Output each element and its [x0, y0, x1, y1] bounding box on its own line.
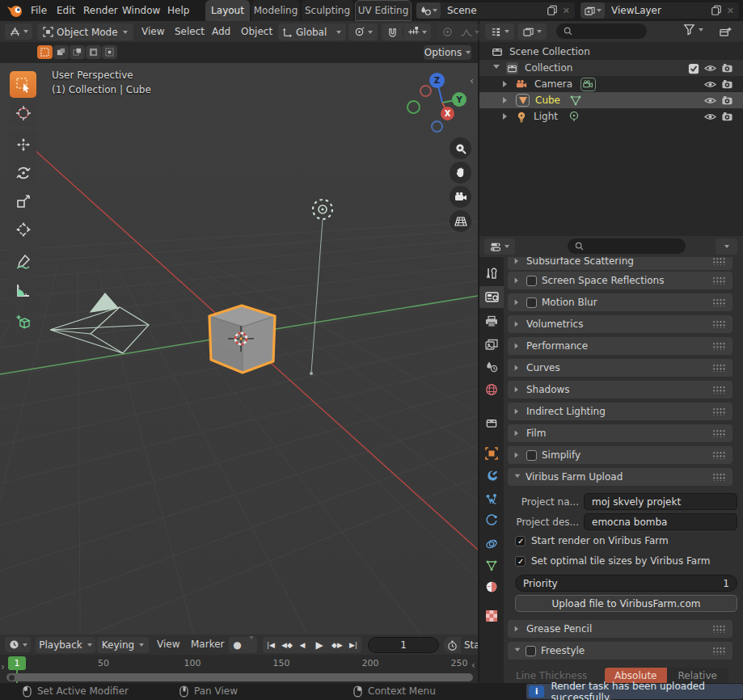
region-resize-left-arrow[interactable]: ›	[1, 661, 5, 673]
panel-grip[interactable]	[712, 451, 726, 459]
panel-grease-pencil[interactable]: Grease Pencil	[508, 620, 732, 638]
expand-arrow-icon[interactable]	[503, 113, 510, 120]
render-visibility-icon[interactable]	[721, 62, 733, 74]
transform-orientation-dropdown[interactable]: Global	[278, 23, 346, 40]
snap-toggle-button[interactable]	[382, 27, 403, 37]
use-preview-range-button[interactable]	[443, 637, 461, 653]
viewport-3d[interactable]: User Perspective (1) Collection | Cube Z…	[0, 63, 478, 635]
panel-checkbox[interactable]	[526, 276, 537, 286]
panel-checkbox[interactable]	[526, 646, 536, 656]
properties-editor-type-button[interactable]	[484, 238, 515, 255]
start-frame-field[interactable]: Sta	[464, 639, 478, 651]
properties-options-dropdown[interactable]	[716, 238, 737, 255]
sidebar-collapse-arrow[interactable]: ‹	[470, 74, 474, 86]
pivot-point-dropdown[interactable]	[348, 23, 378, 40]
hide-eye-icon[interactable]	[704, 111, 716, 123]
tool-select-box[interactable]	[10, 71, 36, 98]
panel-grip[interactable]	[712, 407, 726, 415]
panel-checkbox[interactable]	[526, 450, 537, 461]
select-mode-intersect-button[interactable]	[102, 45, 117, 59]
tool-measure[interactable]	[10, 276, 36, 303]
select-mode-invert-button[interactable]	[86, 45, 101, 59]
panel-subsurface-scattering[interactable]: Subsurface Scattering	[508, 257, 732, 270]
options-dropdown[interactable]: Options	[424, 45, 471, 60]
proportional-edit-toggle[interactable]	[437, 27, 457, 37]
render-visibility-icon[interactable]	[721, 78, 733, 91]
tab-tool[interactable]	[479, 262, 504, 284]
gizmo-axis-y-neg[interactable]	[407, 100, 420, 114]
scene-name[interactable]: Scene	[441, 5, 547, 16]
timeline-editor-type-button[interactable]	[5, 637, 31, 652]
tool-add-cube[interactable]	[10, 308, 36, 335]
camera-view-button[interactable]	[450, 186, 471, 208]
tab-texture[interactable]	[479, 605, 504, 626]
record-button[interactable]: ●	[229, 639, 246, 651]
tab-scene[interactable]	[479, 356, 504, 377]
menu-object[interactable]: Object	[233, 21, 281, 42]
tab-modifiers[interactable]	[479, 465, 504, 487]
expand-arrow-icon[interactable]	[503, 81, 510, 87]
start-render-checkbox[interactable]: Start render on Viribus Farm	[515, 535, 669, 546]
project-description-input[interactable]: emocna bomba	[584, 513, 737, 530]
panel-motion-blur[interactable]: Motion Blur	[508, 293, 732, 311]
camera-object[interactable]	[50, 293, 149, 353]
scene-unlink-icon[interactable]: ✕	[558, 6, 575, 16]
panel-indirect-lighting[interactable]: Indirect Lighting	[508, 403, 732, 420]
panel-grip[interactable]	[712, 473, 726, 481]
panel-film[interactable]: Film	[508, 424, 732, 442]
outliner-row-camera[interactable]: Camera	[479, 76, 743, 92]
render-visibility-icon[interactable]	[721, 95, 733, 107]
menu-help[interactable]: Help	[159, 0, 197, 21]
prev-frame-button[interactable]: ◀	[295, 641, 310, 649]
play-button[interactable]: ▶	[310, 639, 329, 651]
panel-viribus-farm-upload[interactable]: Viribus Farm Upload	[508, 468, 732, 486]
current-frame-badge[interactable]: 1	[8, 656, 26, 670]
tool-cursor[interactable]	[10, 99, 36, 126]
tab-world[interactable]	[479, 378, 504, 400]
outliner-filter-dropdown[interactable]	[683, 23, 703, 36]
panel-grip[interactable]	[712, 386, 726, 394]
workspace-tab-modeling[interactable]: Modeling	[251, 0, 300, 21]
scene-browse-button[interactable]	[416, 2, 441, 19]
tab-particles[interactable]	[479, 488, 504, 510]
panel-grip[interactable]	[712, 320, 726, 328]
outliner-row-cube[interactable]: Cube	[479, 92, 743, 108]
zoom-button[interactable]	[450, 137, 471, 159]
tab-physics[interactable]	[479, 509, 504, 531]
collapse-arrow-icon[interactable]	[493, 65, 500, 72]
panel-curves[interactable]: Curves	[508, 359, 732, 377]
current-frame-field[interactable]: 1	[368, 637, 439, 653]
panel-grip[interactable]	[712, 429, 726, 437]
status-report-message[interactable]: i Render task has been uploaded successf…	[526, 684, 743, 699]
keying-set-dropdown[interactable]	[246, 639, 257, 651]
outliner-row-light[interactable]: Light	[479, 108, 743, 124]
timeline-scrollbar[interactable]	[6, 673, 473, 681]
panel-volumetrics[interactable]: Volumetrics	[508, 315, 732, 333]
snap-with-dropdown[interactable]	[403, 27, 431, 37]
panel-grip[interactable]	[712, 342, 726, 350]
outliner-row-collection[interactable]: Collection	[479, 60, 743, 76]
tool-move[interactable]	[10, 131, 36, 158]
upload-button[interactable]: Upload file to ViribusFarm.com	[515, 595, 737, 612]
select-mode-subtract-button[interactable]	[70, 45, 85, 59]
hide-eye-icon[interactable]	[704, 62, 716, 74]
hide-eye-icon[interactable]	[704, 78, 716, 91]
outliner-filter-id-dropdown[interactable]	[517, 23, 547, 40]
workspace-tab-sculpting[interactable]: Sculpting	[302, 0, 353, 21]
viewlayer-new-copy-icon[interactable]	[711, 5, 722, 16]
keying-dropdown[interactable]: Keying	[97, 637, 149, 653]
region-resize-right-arrow[interactable]: ‹	[471, 660, 475, 671]
viewlayer-remove-icon[interactable]: ✕	[722, 6, 739, 16]
gizmo-axis-x-neg[interactable]	[420, 85, 432, 97]
panel-grip[interactable]	[712, 625, 726, 633]
select-mode-set-button[interactable]	[37, 45, 53, 59]
prev-keyframe-button[interactable]: ◀◆	[279, 641, 295, 649]
viewlayer-name[interactable]: ViewLayer	[605, 5, 711, 16]
panel-grip[interactable]	[712, 364, 726, 372]
properties-search-input[interactable]	[568, 238, 686, 254]
panel-screen-space-reflections[interactable]: Screen Space Reflections	[508, 272, 732, 289]
editor-type-button[interactable]	[5, 23, 32, 40]
optimal-tiles-checkbox[interactable]: Set optimal tile sizes by Viribus Farm	[515, 555, 711, 567]
select-mode-extend-button[interactable]	[53, 45, 69, 59]
panel-grip[interactable]	[712, 298, 726, 306]
